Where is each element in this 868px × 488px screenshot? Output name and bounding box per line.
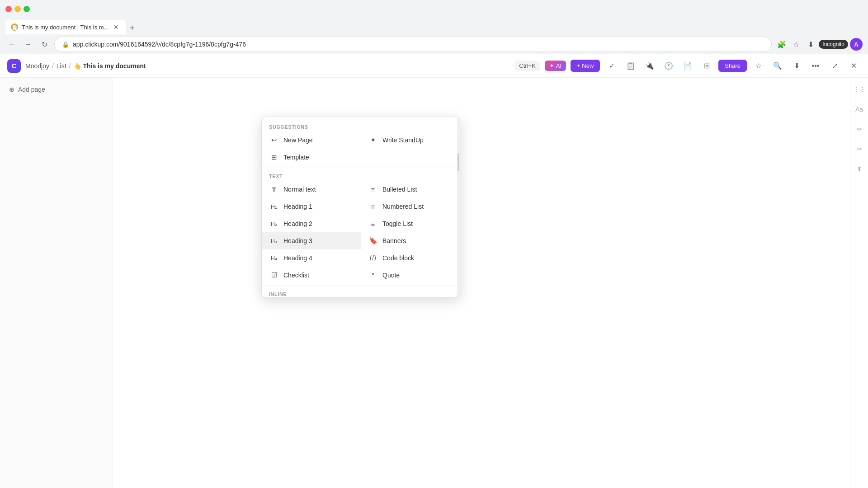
new-tab-button[interactable]: + bbox=[126, 22, 138, 34]
divider-2 bbox=[262, 286, 460, 286]
section-label-text: TEXT bbox=[262, 170, 460, 181]
normal-text-label: Normal text bbox=[283, 186, 316, 193]
bookmark-icon[interactable]: ☆ bbox=[790, 38, 802, 51]
numbered-list-label: Numbered List bbox=[382, 203, 424, 210]
panel-icon-5[interactable]: ⬆ bbox=[853, 163, 866, 175]
topbar-right: Ctrl+K ✦ AI + New ✓ 📋 🔌 🕐 📄 ⊞ Share ☆ 🔍 … bbox=[514, 59, 861, 73]
ai-button[interactable]: ✦ AI bbox=[545, 61, 566, 71]
search-icon[interactable]: 🔍 bbox=[770, 59, 785, 73]
text-grid: T Normal text H₁ Heading 1 H₂ Heading 2 bbox=[262, 181, 460, 284]
ai-icon: ✦ bbox=[549, 62, 554, 69]
bulleted-list-icon: ≡ bbox=[368, 184, 378, 194]
text-left-col: T Normal text H₁ Heading 1 H₂ Heading 2 bbox=[262, 181, 361, 284]
reload-button[interactable]: ↻ bbox=[38, 38, 51, 51]
menu-item-code-block[interactable]: ⟨/⟩ Code block bbox=[361, 249, 460, 267]
puzzle-icon[interactable]: 🔌 bbox=[642, 59, 657, 73]
menu-item-template[interactable]: ⊞ Template bbox=[262, 149, 460, 166]
add-page-icon: ⊕ bbox=[9, 86, 14, 93]
close-window-button[interactable] bbox=[5, 6, 12, 12]
heading-3-label: Heading 3 bbox=[283, 237, 312, 244]
menu-item-quote[interactable]: " Quote bbox=[361, 267, 460, 284]
code-block-icon: ⟨/⟩ bbox=[368, 253, 378, 263]
checklist-icon: ☑ bbox=[269, 270, 279, 280]
close-doc-icon[interactable]: ✕ bbox=[846, 59, 861, 73]
profile-avatar[interactable]: A bbox=[850, 38, 863, 51]
address-bar-row: ← → ↻ 🔒 app.clickup.com/9016164592/v/dc/… bbox=[0, 34, 868, 54]
text-right-col: ≡ Bulleted List ≡ Numbered List ≡ Toggle… bbox=[361, 181, 460, 284]
breadcrumb-sep-1: / bbox=[52, 62, 54, 70]
panel-icon-4[interactable]: ✂ bbox=[853, 143, 866, 155]
panel-icon-1[interactable]: ⋮⋮ bbox=[853, 83, 866, 96]
section-label-inline: INLINE bbox=[262, 288, 460, 297]
breadcrumb-moodjoy[interactable]: Moodjoy bbox=[25, 62, 49, 70]
heading-2-icon: H₂ bbox=[269, 219, 279, 229]
heading-3-icon: H₃ bbox=[269, 236, 279, 246]
app-layout: C Moodjoy / List / 👆 This is my document… bbox=[0, 54, 868, 488]
extensions-icon[interactable]: 🧩 bbox=[775, 38, 788, 51]
clock-icon[interactable]: 🕐 bbox=[661, 59, 676, 73]
menu-item-heading-1[interactable]: H₁ Heading 1 bbox=[262, 198, 361, 215]
maximize-window-button[interactable] bbox=[24, 6, 30, 12]
browser-chrome: 📄 This is my document | This is m... ✕ +… bbox=[0, 0, 868, 54]
new-page-icon: ↩ bbox=[269, 135, 279, 145]
back-button[interactable]: ← bbox=[5, 38, 18, 51]
toggle-list-label: Toggle List bbox=[382, 220, 413, 227]
banners-icon: 🔖 bbox=[368, 236, 378, 246]
download-doc-icon[interactable]: ⬇ bbox=[789, 59, 804, 73]
active-tab[interactable]: 📄 This is my document | This is m... ✕ bbox=[5, 20, 126, 34]
bulleted-list-label: Bulleted List bbox=[382, 186, 417, 193]
sidebar: ⊕ Add page bbox=[0, 78, 113, 488]
banners-label: Banners bbox=[382, 237, 406, 244]
write-standup-label: Write StandUp bbox=[382, 136, 424, 144]
menu-item-new-page[interactable]: ↩ New Page bbox=[262, 131, 361, 149]
menu-item-normal-text[interactable]: T Normal text bbox=[262, 181, 361, 198]
doc-icon[interactable]: 📋 bbox=[623, 59, 638, 73]
template-icon: ⊞ bbox=[269, 152, 279, 162]
share-button[interactable]: Share bbox=[718, 60, 747, 72]
tab-close-button[interactable]: ✕ bbox=[112, 23, 120, 31]
panel-icon-2[interactable]: Aa bbox=[853, 103, 866, 116]
minimize-window-button[interactable] bbox=[14, 6, 21, 12]
menu-item-toggle-list[interactable]: ≡ Toggle List bbox=[361, 215, 460, 232]
title-bar bbox=[0, 0, 868, 18]
numbered-list-icon: ≡ bbox=[368, 202, 378, 211]
expand-icon[interactable]: ⤢ bbox=[827, 59, 842, 73]
file-icon[interactable]: 📄 bbox=[680, 59, 695, 73]
divider-1 bbox=[262, 168, 460, 168]
add-page-item[interactable]: ⊕ Add page bbox=[5, 83, 107, 96]
download-icon[interactable]: ⬇ bbox=[804, 38, 817, 51]
menu-item-heading-2[interactable]: H₂ Heading 2 bbox=[262, 215, 361, 232]
menu-item-heading-3[interactable]: H₃ Heading 3 bbox=[262, 232, 361, 249]
heading-1-label: Heading 1 bbox=[283, 203, 312, 210]
scrollbar-track bbox=[457, 117, 460, 297]
menu-item-checklist[interactable]: ☑ Checklist bbox=[262, 267, 361, 284]
scrollbar-thumb[interactable] bbox=[458, 153, 459, 171]
grid-icon[interactable]: ⊞ bbox=[699, 59, 714, 73]
heading-4-label: Heading 4 bbox=[283, 254, 312, 262]
menu-item-write-standup[interactable]: ✦ Write StandUp bbox=[361, 131, 460, 149]
url-text: app.clickup.com/9016164592/v/dc/8cpfg7g-… bbox=[73, 41, 246, 48]
add-page-label: Add page bbox=[18, 86, 45, 93]
breadcrumb-list[interactable]: List bbox=[57, 62, 66, 70]
new-button[interactable]: + New bbox=[571, 60, 600, 72]
browser-actions: 🧩 ☆ ⬇ Incognito A bbox=[775, 38, 863, 51]
window-controls bbox=[5, 6, 30, 12]
more-options-icon[interactable]: ••• bbox=[808, 59, 823, 73]
shortcut-label: Ctrl+K bbox=[519, 62, 535, 69]
menu-item-numbered-list[interactable]: ≡ Numbered List bbox=[361, 198, 460, 215]
suggestions-dropdown: SUGGESTIONS ↩ New Page ✦ Write StandUp ⊞… bbox=[261, 117, 460, 297]
menu-item-heading-4[interactable]: H₄ Heading 4 bbox=[262, 249, 361, 267]
forward-button[interactable]: → bbox=[22, 38, 34, 51]
quote-icon: " bbox=[368, 270, 378, 280]
suggestions-grid: ↩ New Page ✦ Write StandUp bbox=[262, 131, 460, 149]
right-panel: ⋮⋮ Aa ✏ ✂ ⬆ bbox=[850, 78, 868, 488]
lock-icon: 🔒 bbox=[62, 41, 69, 48]
checkmark-icon[interactable]: ✓ bbox=[604, 59, 619, 73]
menu-item-banners[interactable]: 🔖 Banners bbox=[361, 232, 460, 249]
panel-icon-3[interactable]: ✏ bbox=[853, 123, 866, 136]
heading-1-icon: H₁ bbox=[269, 202, 279, 211]
code-block-label: Code block bbox=[382, 254, 414, 262]
star-icon[interactable]: ☆ bbox=[751, 59, 766, 73]
menu-item-bulleted-list[interactable]: ≡ Bulleted List bbox=[361, 181, 460, 198]
address-bar[interactable]: 🔒 app.clickup.com/9016164592/v/dc/8cpfg7… bbox=[54, 37, 772, 52]
